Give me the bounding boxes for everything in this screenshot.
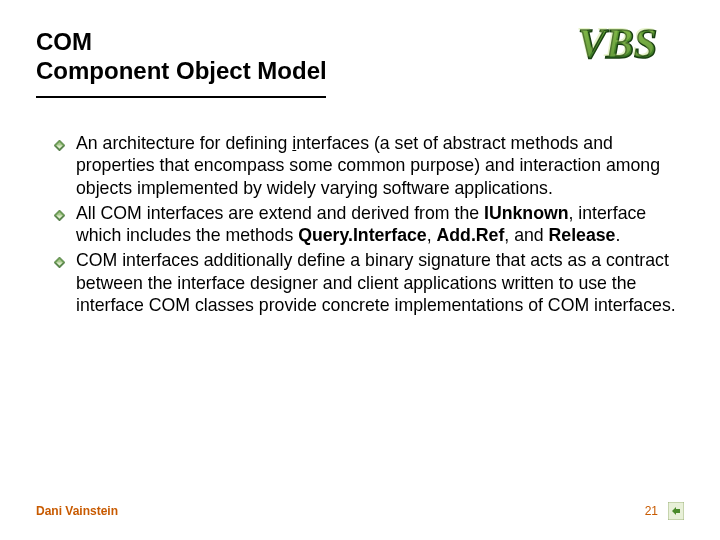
- title-underline: [36, 96, 326, 98]
- action-icon: [668, 502, 684, 520]
- content-area: An architecture for defining interfaces …: [36, 132, 684, 317]
- diamond-bullet-icon: [54, 202, 76, 225]
- list-item: An architecture for defining interfaces …: [54, 132, 676, 200]
- bullet-text: All COM interfaces are extend and derive…: [76, 202, 676, 247]
- svg-marker-7: [54, 210, 65, 216]
- header: COM Component Object Model: [36, 28, 684, 98]
- diamond-bullet-icon: [54, 249, 76, 272]
- slide: VBS VBS COM Component Object Model An ar…: [0, 0, 720, 540]
- footer-author: Dani Vainstein: [36, 504, 118, 518]
- title-line-2: Component Object Model: [36, 57, 327, 84]
- svg-marker-4: [54, 140, 65, 146]
- bullet-text: COM interfaces additionally define a bin…: [76, 249, 676, 317]
- diamond-bullet-icon: [54, 132, 76, 155]
- title-line-1: COM: [36, 28, 92, 55]
- footer-page-number: 21: [645, 504, 658, 518]
- footer: Dani Vainstein 21: [36, 504, 684, 518]
- list-item: All COM interfaces are extend and derive…: [54, 202, 676, 247]
- page-title: COM Component Object Model: [36, 28, 684, 92]
- svg-marker-10: [54, 257, 65, 263]
- bullet-text: An architecture for defining interfaces …: [76, 132, 676, 200]
- list-item: COM interfaces additionally define a bin…: [54, 249, 676, 317]
